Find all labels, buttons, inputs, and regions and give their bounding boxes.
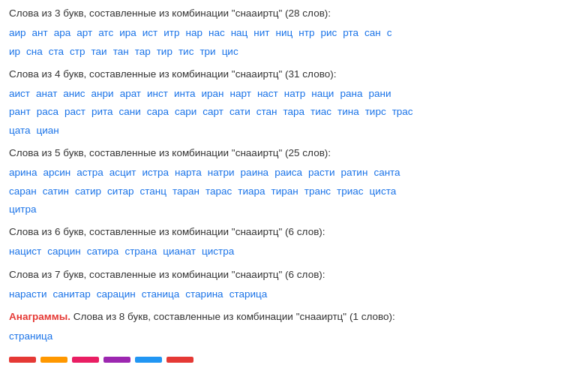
word-link[interactable]: станц <box>140 185 166 197</box>
word-link[interactable]: нац <box>231 27 248 38</box>
word-link[interactable]: арина <box>9 167 38 178</box>
word-link[interactable]: три <box>200 46 215 57</box>
word-link[interactable]: тирс <box>365 106 386 117</box>
word-link[interactable]: натр <box>284 88 305 99</box>
word-link[interactable]: тиран <box>272 185 298 197</box>
word-link[interactable]: сарт <box>202 106 224 117</box>
word-link[interactable]: тарас <box>206 185 232 197</box>
word-link[interactable]: расти <box>308 167 335 178</box>
word-link[interactable]: стр <box>70 46 85 57</box>
word-link[interactable]: ста <box>49 46 64 57</box>
divider-block-5 <box>135 357 162 363</box>
word-link[interactable]: аист <box>9 88 30 99</box>
word-link[interactable]: цата <box>9 125 30 136</box>
word-link[interactable]: ара <box>54 27 71 38</box>
word-link[interactable]: рани <box>368 88 391 99</box>
word-link[interactable]: таи <box>92 46 107 57</box>
word-link[interactable]: нтр <box>298 27 314 38</box>
word-link[interactable]: стан <box>256 106 278 117</box>
word-link[interactable]: санта <box>374 167 400 178</box>
word-link[interactable]: анри <box>92 88 114 99</box>
word-link[interactable]: арт <box>76 27 92 38</box>
word-link[interactable]: тис <box>178 46 194 57</box>
word-link[interactable]: анат <box>36 88 57 99</box>
word-link[interactable]: ниц <box>276 27 293 38</box>
word-link[interactable]: истра <box>142 167 169 178</box>
word-link[interactable]: натри <box>208 167 235 178</box>
word-link[interactable]: рита <box>92 106 113 117</box>
word-link[interactable]: нарта <box>175 167 202 178</box>
word-link[interactable]: таран <box>172 185 200 197</box>
word-link[interactable]: раина <box>241 167 269 178</box>
word-link[interactable]: тиас <box>310 106 332 117</box>
word-link[interactable]: сатин <box>43 185 69 197</box>
word-link[interactable]: цианат <box>163 246 196 257</box>
word-link[interactable]: нарасти <box>9 288 46 300</box>
word-link[interactable]: нар <box>185 27 202 38</box>
word-link[interactable]: цистра <box>202 246 234 257</box>
word-link[interactable]: инст <box>147 88 168 99</box>
word-link[interactable]: страна <box>124 246 157 257</box>
word-link[interactable]: сарцин <box>47 246 81 257</box>
word-link[interactable]: сатира <box>87 246 119 257</box>
word-link[interactable]: рис <box>320 27 337 38</box>
word-link[interactable]: сан <box>364 27 381 38</box>
word-link[interactable]: ира <box>119 27 136 38</box>
word-link[interactable]: аир <box>9 27 26 38</box>
word-link[interactable]: нарт <box>230 88 251 99</box>
word-link[interactable]: сарацин <box>97 288 136 300</box>
word-link[interactable]: сара <box>147 106 169 117</box>
word-link[interactable]: рта <box>343 27 358 38</box>
word-link[interactable]: итр <box>164 27 179 38</box>
word-link[interactable]: транс <box>304 185 331 197</box>
word-link[interactable]: тан <box>113 46 129 57</box>
word-link[interactable]: страница <box>9 330 52 342</box>
word-link[interactable]: с <box>387 27 392 38</box>
word-link[interactable]: ист <box>142 27 158 38</box>
word-link[interactable]: анис <box>63 88 85 99</box>
word-link[interactable]: наци <box>311 88 334 99</box>
word-link[interactable]: ант <box>32 27 48 38</box>
word-link[interactable]: нас <box>208 27 225 38</box>
word-link[interactable]: старица <box>230 288 268 300</box>
word-link[interactable]: раст <box>64 106 86 117</box>
word-link[interactable]: раиса <box>274 167 302 178</box>
word-link[interactable]: старина <box>185 288 223 300</box>
word-link[interactable]: арат <box>120 88 141 99</box>
word-link[interactable]: инта <box>174 88 196 99</box>
word-link[interactable]: тир <box>157 46 172 57</box>
word-link[interactable]: раса <box>37 106 58 117</box>
word-link[interactable]: саран <box>9 185 37 197</box>
word-link[interactable]: сари <box>175 106 196 117</box>
word-link[interactable]: сани <box>118 106 140 117</box>
word-link[interactable]: циан <box>36 125 58 136</box>
word-link[interactable]: трас <box>392 106 413 117</box>
word-link[interactable]: циста <box>370 185 397 197</box>
word-link[interactable]: асцит <box>110 167 136 178</box>
word-link[interactable]: сати <box>230 106 250 117</box>
word-link[interactable]: ситар <box>107 185 134 197</box>
word-link[interactable]: иран <box>202 88 224 99</box>
word-link[interactable]: ир <box>9 46 20 57</box>
word-link[interactable]: ратин <box>340 167 368 178</box>
word-link[interactable]: тиара <box>238 185 265 197</box>
word-link[interactable]: рана <box>340 88 362 99</box>
word-link[interactable]: цис <box>222 46 238 57</box>
word-link[interactable]: сна <box>26 46 43 57</box>
word-link[interactable]: триас <box>337 185 364 197</box>
word-link[interactable]: наст <box>257 88 278 99</box>
word-link[interactable]: нацист <box>9 246 41 257</box>
word-link[interactable]: астра <box>76 167 103 178</box>
word-link[interactable]: санитар <box>52 288 90 300</box>
word-link[interactable]: тина <box>338 106 359 117</box>
word-link[interactable]: арсин <box>44 167 71 178</box>
word-link[interactable]: атс <box>98 27 113 38</box>
word-link[interactable]: сатир <box>75 185 101 197</box>
section-5letters-heading: Слова из 5 букв, составленные из комбина… <box>9 146 579 161</box>
word-link[interactable]: станица <box>142 288 180 300</box>
word-link[interactable]: рант <box>9 106 31 117</box>
word-link[interactable]: нит <box>254 27 269 38</box>
word-link[interactable]: цитра <box>9 204 36 215</box>
word-link[interactable]: тар <box>135 46 151 57</box>
word-link[interactable]: тара <box>283 106 304 117</box>
